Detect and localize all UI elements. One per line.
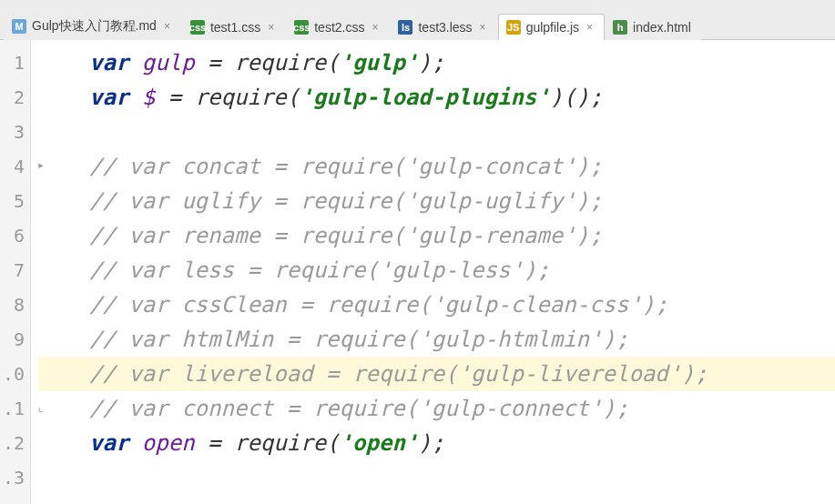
- token-ident: require: [195, 85, 287, 110]
- code-line[interactable]: // var cssClean = require('gulp-clean-cs…: [38, 287, 835, 322]
- line-number: .2: [0, 426, 25, 460]
- tab-label: test3.less: [418, 20, 472, 35]
- token-punct: )();: [550, 85, 603, 110]
- token-ident: require: [234, 50, 326, 76]
- file-type-icon: h: [613, 20, 627, 35]
- tab-label: index.html: [633, 20, 691, 35]
- code-line[interactable]: // var rename = require('gulp-rename');: [38, 218, 835, 253]
- close-icon[interactable]: ×: [266, 22, 276, 33]
- comment-text: // var connect = require('gulp-connect')…: [89, 396, 628, 421]
- comment-text: // var less = require('gulp-less');: [89, 257, 550, 283]
- comment-text: // var rename = require('gulp-rename');: [89, 223, 603, 248]
- code-line[interactable]: ▸// var concat = require('gulp-concat');: [38, 149, 835, 184]
- tab-gulpfile-js[interactable]: JSgulpfile.js×: [498, 14, 605, 40]
- line-number: 4: [0, 149, 25, 184]
- token-str: 'gulp-load-plugins': [300, 85, 550, 110]
- space: [128, 50, 141, 76]
- line-number: 3: [0, 115, 25, 149]
- token-def: gulp: [142, 50, 195, 76]
- tab-label: test2.css: [314, 20, 364, 35]
- space: [128, 430, 141, 456]
- tab-index-html[interactable]: hindex.html: [605, 14, 701, 40]
- comment-text: // var livereload = require('gulp-livere…: [89, 361, 708, 387]
- file-type-icon: css: [190, 20, 205, 35]
- line-number: .1: [0, 391, 25, 426]
- space: [155, 85, 168, 110]
- token-str: 'gulp': [340, 50, 419, 76]
- tab-gulp-md[interactable]: MGulp快速入门教程.md×: [4, 12, 182, 40]
- line-number: 7: [0, 253, 25, 287]
- token-punct: =: [208, 430, 234, 456]
- code-line[interactable]: // var htmlMin = require('gulp-htmlmin')…: [38, 322, 835, 357]
- tab-test3-less[interactable]: lstest3.less×: [390, 14, 497, 40]
- token-def: open: [142, 430, 195, 456]
- fold-close-icon[interactable]: ⌞: [35, 400, 47, 413]
- line-number: 1: [0, 45, 25, 80]
- close-icon[interactable]: ×: [162, 21, 172, 32]
- space: [128, 85, 141, 110]
- tab-label: test1.css: [210, 20, 260, 35]
- token-def: $: [142, 85, 155, 110]
- token-kw: var: [89, 85, 128, 110]
- token-punct: =: [208, 50, 234, 76]
- comment-text: // var cssClean = require('gulp-clean-cs…: [89, 292, 668, 318]
- close-icon[interactable]: ×: [370, 22, 380, 33]
- code-line[interactable]: [38, 460, 835, 495]
- token-punct: );: [418, 430, 444, 456]
- code-line[interactable]: var $ = require('gulp-load-plugins')();: [38, 80, 835, 115]
- token-kw: var: [89, 50, 128, 76]
- token-kw: var: [89, 430, 128, 456]
- code-line[interactable]: // var uglify = require('gulp-uglify');: [38, 184, 835, 218]
- file-type-icon: M: [12, 19, 26, 34]
- file-type-icon: ls: [398, 20, 412, 35]
- tab-label: Gulp快速入门教程.md: [32, 18, 157, 35]
- token-punct: =: [168, 85, 195, 110]
- fold-open-icon[interactable]: ▸: [35, 158, 47, 171]
- line-number: 5: [0, 184, 25, 218]
- code-content[interactable]: var gulp = require('gulp');var $ = requi…: [31, 40, 835, 504]
- editor-tabs: MGulp快速入门教程.md×csstest1.css×csstest2.css…: [0, 0, 835, 40]
- close-icon[interactable]: ×: [585, 22, 595, 33]
- file-type-icon: JS: [506, 20, 521, 35]
- close-icon[interactable]: ×: [478, 22, 488, 33]
- comment-text: // var uglify = require('gulp-uglify');: [89, 188, 603, 214]
- comment-text: // var concat = require('gulp-concat');: [89, 154, 603, 179]
- code-line[interactable]: var gulp = require('gulp');: [38, 45, 835, 80]
- space: [195, 50, 208, 76]
- line-number: 6: [0, 218, 25, 253]
- editor-area: 123456789.0.1.2.3 var gulp = require('gu…: [0, 40, 835, 504]
- code-line[interactable]: // var less = require('gulp-less');: [38, 253, 835, 287]
- token-str: 'open': [340, 430, 419, 456]
- token-punct: (: [326, 50, 339, 76]
- line-number: 9: [0, 322, 25, 357]
- token-punct: (: [287, 85, 300, 110]
- line-number: 2: [0, 80, 25, 115]
- line-number: .3: [0, 460, 25, 495]
- space: [195, 430, 208, 456]
- token-punct: );: [418, 50, 444, 76]
- code-line[interactable]: // var livereload = require('gulp-livere…: [38, 357, 835, 391]
- token-punct: (: [326, 430, 339, 456]
- tab-test1-css[interactable]: csstest1.css×: [182, 14, 286, 40]
- line-number: .0: [0, 357, 25, 391]
- code-line[interactable]: var open = require('open');: [38, 426, 835, 460]
- token-ident: require: [234, 430, 326, 456]
- file-type-icon: css: [294, 20, 309, 35]
- code-line[interactable]: ⌞// var connect = require('gulp-connect'…: [38, 391, 835, 426]
- tab-test2-css[interactable]: csstest2.css×: [286, 14, 390, 40]
- code-line[interactable]: [38, 115, 835, 149]
- comment-text: // var htmlMin = require('gulp-htmlmin')…: [89, 327, 628, 352]
- tab-label: gulpfile.js: [526, 20, 579, 35]
- line-number-gutter: 123456789.0.1.2.3: [0, 40, 31, 504]
- line-number: 8: [0, 287, 25, 322]
